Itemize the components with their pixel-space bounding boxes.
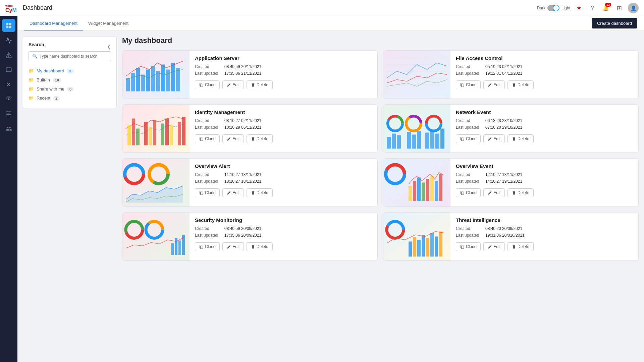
sidebar-item-threats[interactable] xyxy=(2,78,15,91)
user-avatar[interactable]: 👤 xyxy=(628,3,639,13)
edit-icon xyxy=(227,191,231,195)
edit-button-overview-event[interactable]: Edit xyxy=(483,188,505,197)
sidebar-item-analytics[interactable] xyxy=(2,34,15,47)
sidebar-item-maps[interactable] xyxy=(2,63,15,76)
clone-button-identity-management[interactable]: Clone xyxy=(195,134,220,143)
svg-rect-55 xyxy=(417,131,421,149)
clone-button-threat-intelligence[interactable]: Clone xyxy=(456,242,481,251)
svg-rect-34 xyxy=(161,124,164,145)
delete-button-security-monitoring[interactable]: Delete xyxy=(247,242,273,251)
card-thumbnail-application-server[interactable] xyxy=(122,51,190,99)
edit-button-security-monitoring[interactable]: Edit xyxy=(222,242,244,251)
card-thumbnail-overview-alert[interactable] xyxy=(122,159,190,206)
svg-rect-78 xyxy=(435,181,438,201)
created-value: 06:18:23 28/10/2021 xyxy=(485,118,522,123)
svg-rect-96 xyxy=(413,237,416,257)
card-thumbnail-security-monitoring[interactable] xyxy=(122,213,190,260)
card-thumbnail-network-event[interactable] xyxy=(383,105,450,153)
svg-rect-12 xyxy=(136,68,140,92)
svg-rect-73 xyxy=(413,181,416,201)
svg-rect-57 xyxy=(430,130,434,149)
created-value: 08:10:27 02/11/2021 xyxy=(224,118,261,123)
created-value: 08:40:59 20/09/2021 xyxy=(224,226,261,231)
card-info-file-access-control: File Access Control Created 05:10:23 02/… xyxy=(450,51,638,99)
edit-button-application-server[interactable]: Edit xyxy=(222,80,244,89)
card-thumbnail-threat-intelligence[interactable] xyxy=(383,213,450,260)
delete-button-network-event[interactable]: Delete xyxy=(507,134,534,143)
updated-label: Last updated xyxy=(456,71,483,76)
created-label: Created xyxy=(456,64,483,69)
svg-rect-37 xyxy=(178,122,181,145)
card-title-identity-management: Identity Management xyxy=(195,109,372,115)
sidebar-item-dashboard[interactable] xyxy=(2,19,15,32)
clone-button-file-access-control[interactable]: Clone xyxy=(456,80,481,89)
svg-rect-99 xyxy=(426,238,429,257)
edit-button-network-event[interactable]: Edit xyxy=(483,134,505,143)
card-info-application-server: Application Server Created 08:40:59 20/1… xyxy=(190,51,377,99)
star-icon[interactable]: ★ xyxy=(574,3,584,13)
tab-dashboard-management[interactable]: Dashboard Management xyxy=(24,16,83,31)
sidebar-item-users[interactable] xyxy=(2,122,15,135)
sidebar-nav-item-my-dashboard[interactable]: 📁 My dashboard 3 xyxy=(29,66,111,75)
updated-label: Last updated xyxy=(456,125,483,130)
updated-label: Last updated xyxy=(456,179,483,184)
edit-button-overview-alert[interactable]: Edit xyxy=(222,188,244,197)
theme-toggle[interactable]: Dark Light xyxy=(537,5,570,11)
create-dashboard-button[interactable]: Create dashboard xyxy=(592,18,637,28)
card-actions-threat-intelligence: Clone Edit Delete xyxy=(456,242,633,251)
sidebar-nav-item-share-with-me[interactable]: 📁 Share with me 0 xyxy=(29,84,111,94)
delete-button-file-access-control[interactable]: Delete xyxy=(507,80,534,89)
apps-icon[interactable]: ⊞ xyxy=(614,3,624,13)
theme-toggle-track[interactable] xyxy=(547,5,559,11)
delete-button-threat-intelligence[interactable]: Delete xyxy=(507,242,534,251)
sidebar-nav-item-built-in[interactable]: 📁 Built-in 10 xyxy=(29,75,111,84)
card-thumbnail-overview-event[interactable] xyxy=(383,159,450,206)
clone-button-network-event[interactable]: Clone xyxy=(456,134,481,143)
svg-rect-17 xyxy=(161,65,165,92)
search-input[interactable] xyxy=(40,54,107,59)
card-thumbnail-identity-management[interactable] xyxy=(122,105,190,153)
sidebar-nav-item-recent[interactable]: 📁 Recent 2 xyxy=(29,94,111,103)
clone-button-overview-event[interactable]: Clone xyxy=(456,188,481,197)
notification-icon[interactable]: 🔔 12 xyxy=(601,3,610,13)
card-thumbnail-file-access-control[interactable] xyxy=(383,51,450,99)
card-info-network-event: Network Event Created 06:18:23 28/10/202… xyxy=(450,105,638,153)
sidebar-item-alerts[interactable] xyxy=(2,48,15,62)
svg-rect-10 xyxy=(126,78,130,92)
folder-icon: 📁 xyxy=(29,77,34,82)
created-value: 05:10:23 02/11/2021 xyxy=(485,64,522,69)
sidebar-item-reports[interactable] xyxy=(2,107,15,121)
folder-icon: 📁 xyxy=(29,96,34,101)
help-icon[interactable]: ? xyxy=(588,3,597,13)
delete-button-overview-alert[interactable]: Delete xyxy=(247,188,273,197)
search-box: 🔍 xyxy=(29,51,111,61)
svg-rect-54 xyxy=(412,135,416,149)
svg-rect-32 xyxy=(149,127,152,145)
svg-rect-31 xyxy=(144,122,148,145)
dashboard-card-network-event: Network Event Created 06:18:23 28/10/202… xyxy=(383,104,639,153)
sidebar-item-network[interactable] xyxy=(2,93,15,106)
clone-button-application-server[interactable]: Clone xyxy=(195,80,220,89)
clone-icon xyxy=(460,191,465,195)
tab-widget-management[interactable]: Widget Management xyxy=(83,16,134,31)
delete-button-application-server[interactable]: Delete xyxy=(247,80,273,89)
clone-button-security-monitoring[interactable]: Clone xyxy=(195,242,220,251)
card-info-overview-alert: Overview Alert Created 11:10:27 18/11/20… xyxy=(190,159,377,206)
clone-button-overview-alert[interactable]: Clone xyxy=(195,188,220,197)
card-title-application-server: Application Server xyxy=(195,55,372,61)
edit-icon xyxy=(488,83,492,87)
svg-rect-72 xyxy=(409,186,412,201)
updated-value: 13:10:27 18/11/2021 xyxy=(224,179,261,184)
panel-toggle-button[interactable]: ❮ xyxy=(107,44,111,49)
delete-button-identity-management[interactable]: Delete xyxy=(247,134,273,143)
svg-rect-53 xyxy=(407,132,411,149)
delete-button-overview-event[interactable]: Delete xyxy=(507,188,534,197)
edit-button-file-access-control[interactable]: Edit xyxy=(483,80,505,89)
clone-icon xyxy=(199,137,204,141)
edit-button-threat-intelligence[interactable]: Edit xyxy=(483,242,505,251)
edit-button-identity-management[interactable]: Edit xyxy=(222,134,244,143)
card-title-file-access-control: File Access Control xyxy=(456,55,633,61)
updated-value: 19:12:01 04/11/2021 xyxy=(485,71,522,76)
svg-rect-2 xyxy=(7,69,10,69)
svg-rect-24 xyxy=(387,71,447,72)
